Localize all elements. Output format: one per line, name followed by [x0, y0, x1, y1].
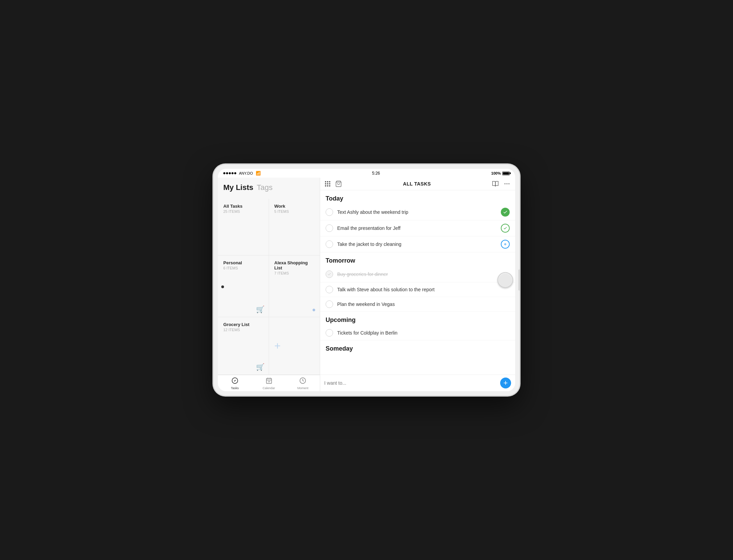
list-item-grocery[interactable]: Grocery List 12 ITEMS 🛒 [218, 317, 269, 375]
carrier-name: ANY.DO [239, 171, 253, 175]
wifi-icon: 📶 [256, 171, 261, 176]
my-lists-title: My Lists [223, 183, 253, 192]
main-panel: ALL TASKS [320, 178, 515, 391]
task-checkbox-t5[interactable] [326, 286, 333, 293]
signal-dot-1 [223, 172, 225, 174]
tasks-content: Today Text Ashly about the weekend trip [320, 190, 515, 374]
status-bar: ANY.DO 📶 5:26 100% [218, 169, 515, 178]
grid-dot-6 [329, 183, 330, 185]
task-text-t1: Text Ashly about the weekend trip [337, 209, 501, 215]
list-count-all-tasks: 25 ITEMS [223, 209, 263, 213]
list-item-work[interactable]: Work 5 ITEMS [269, 199, 320, 255]
task-badge-t3 [501, 240, 510, 249]
list-item-alexa[interactable]: Alexa Shopping List 7 ITEMS ● [269, 255, 320, 317]
tab-calendar[interactable]: 26 Calendar [252, 377, 286, 390]
lists-grid: All Tasks 25 ITEMS Work 5 ITEMS Personal [218, 199, 320, 375]
add-cross-icon: + [274, 340, 281, 351]
side-button[interactable] [519, 270, 520, 290]
task-row-t6[interactable]: Plan the weekend in Vegas [320, 297, 515, 312]
list-icon-grocery: 🛒 [256, 363, 265, 371]
section-header-today: Today [320, 190, 515, 204]
moment-tab-icon [299, 377, 306, 386]
sidebar-title-row: My Lists Tags [223, 183, 314, 192]
list-item-add-new[interactable]: + [269, 317, 320, 375]
tasks-tab-icon [231, 377, 238, 386]
task-row-t5[interactable]: Talk with Steve about his solution to th… [320, 282, 515, 297]
list-name-alexa: Alexa Shopping List [274, 260, 315, 270]
ipad-frame: ANY.DO 📶 5:26 100% My Lists [213, 164, 520, 396]
task-text-t2: Email the presentation for Jeff [337, 225, 501, 231]
task-checkbox-t2[interactable] [326, 224, 333, 232]
svg-point-10 [505, 183, 505, 184]
task-checkbox-t3[interactable] [326, 240, 333, 248]
task-text-t3: Take the jacket to dry cleaning [337, 241, 501, 247]
battery-percent: 100% [491, 171, 501, 175]
calendar-tab-icon: 26 [266, 377, 272, 386]
svg-point-8 [507, 183, 507, 184]
grid-dot-8 [327, 185, 328, 187]
add-task-input[interactable] [324, 380, 500, 386]
task-row-t3[interactable]: Take the jacket to dry cleaning [320, 236, 515, 252]
list-item-personal[interactable]: Personal 6 ITEMS 🛒 [218, 255, 269, 317]
list-count-alexa: 7 ITEMS [274, 271, 315, 275]
content-area: My Lists Tags All Tasks 25 ITEMS [218, 178, 515, 391]
task-text-t4: Buy groceries for dinner [337, 271, 501, 277]
signal-dot-3 [229, 172, 231, 174]
svg-text:26: 26 [268, 381, 270, 383]
status-left: ANY.DO 📶 [223, 171, 261, 176]
list-name-grocery: Grocery List [223, 322, 263, 327]
moment-tab-label: Moment [297, 386, 309, 390]
signal-dot-4 [231, 172, 234, 174]
task-row-t2[interactable]: Email the presentation for Jeff [320, 220, 515, 236]
calendar-tab-label: Calendar [263, 386, 275, 390]
add-task-bar: + [320, 374, 515, 391]
list-item-all-tasks[interactable]: All Tasks 25 ITEMS [218, 199, 269, 255]
task-checkbox-t1[interactable] [326, 208, 333, 216]
svg-point-9 [509, 183, 509, 184]
list-count-work: 5 ITEMS [274, 209, 315, 213]
grid-dot-5 [327, 183, 328, 185]
task-text-t5: Talk with Steve about his solution to th… [337, 287, 510, 292]
task-badge-t1 [501, 208, 510, 217]
section-header-tomorrow: Tomorrow [320, 252, 515, 266]
signal-dot-5 [234, 172, 236, 174]
task-checkbox-t4[interactable] [326, 270, 333, 278]
task-text-t7: Tickets for Coldplay in Berlin [337, 330, 510, 336]
list-count-personal: 6 ITEMS [223, 266, 263, 270]
home-button[interactable] [497, 272, 513, 288]
time-display: 5:26 [372, 171, 380, 176]
task-row-t1[interactable]: Text Ashly about the weekend trip [320, 204, 515, 220]
more-icon[interactable] [504, 180, 510, 187]
tags-title: Tags [257, 183, 272, 192]
main-panel-title: ALL TASKS [342, 181, 492, 187]
task-row-t7[interactable]: Tickets for Coldplay in Berlin [320, 326, 515, 340]
grid-dot-4 [325, 183, 326, 185]
svg-point-11 [505, 244, 506, 245]
device-frame: ANY.DO 📶 5:26 100% My Lists [213, 164, 520, 396]
sidebar-content: All Tasks 25 ITEMS Work 5 ITEMS Personal [218, 199, 320, 375]
section-header-someday: Someday [320, 340, 515, 354]
toolbar-right [492, 180, 510, 187]
status-right: 100% [491, 171, 510, 175]
task-checkbox-t6[interactable] [326, 300, 333, 308]
battery-icon [502, 172, 510, 175]
add-task-button[interactable]: + [500, 378, 511, 388]
grid-dot-3 [329, 181, 330, 182]
main-toolbar: ALL TASKS [320, 178, 515, 190]
signal-dots [223, 172, 236, 174]
grid-icon[interactable] [325, 181, 330, 187]
grid-dot-2 [327, 181, 328, 182]
basket-icon[interactable] [335, 180, 342, 187]
sidebar-header: My Lists Tags [218, 178, 320, 199]
list-name-personal: Personal [223, 260, 263, 265]
section-header-upcoming: Upcoming [320, 312, 515, 326]
task-row-t4[interactable]: Buy groceries for dinner ✕ [320, 266, 515, 282]
book-icon[interactable] [492, 180, 499, 187]
toolbar-left [325, 180, 342, 187]
task-checkbox-t7[interactable] [326, 329, 333, 337]
tab-moment[interactable]: Moment [286, 377, 320, 390]
signal-dot-2 [226, 172, 228, 174]
tab-tasks[interactable]: Tasks [218, 377, 252, 390]
list-name-work: Work [274, 204, 315, 209]
task-badge-t2 [501, 224, 510, 233]
